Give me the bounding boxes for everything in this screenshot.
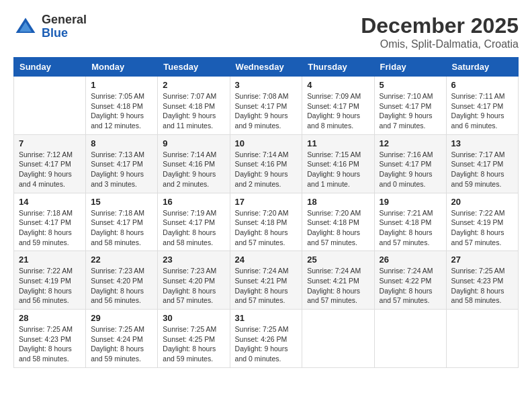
day-info: Sunrise: 7:08 AMSunset: 4:17 PMDaylight:… (235, 91, 298, 131)
day-info: Sunrise: 7:20 AMSunset: 4:18 PMDaylight:… (235, 208, 298, 248)
table-row: 28 Sunrise: 7:25 AMSunset: 4:23 PMDaylig… (14, 310, 86, 368)
day-info: Sunrise: 7:07 AMSunset: 4:18 PMDaylight:… (163, 91, 224, 131)
day-info: Sunrise: 7:25 AMSunset: 4:25 PMDaylight:… (163, 324, 224, 364)
table-row: 6 Sunrise: 7:11 AMSunset: 4:17 PMDayligh… (446, 77, 518, 135)
calendar-week-row: 28 Sunrise: 7:25 AMSunset: 4:23 PMDaylig… (14, 310, 519, 368)
day-number: 17 (235, 197, 298, 207)
table-row: 9 Sunrise: 7:14 AMSunset: 4:16 PMDayligh… (158, 134, 230, 193)
day-info: Sunrise: 7:25 AMSunset: 4:24 PMDaylight:… (91, 324, 152, 364)
table-row: 16 Sunrise: 7:19 AMSunset: 4:17 PMDaylig… (158, 193, 230, 251)
day-info: Sunrise: 7:24 AMSunset: 4:21 PMDaylight:… (235, 266, 298, 306)
day-number: 24 (235, 255, 298, 265)
day-info: Sunrise: 7:23 AMSunset: 4:20 PMDaylight:… (91, 266, 152, 306)
day-number: 4 (307, 80, 369, 90)
table-row (14, 77, 86, 135)
calendar-header-row: Sunday Monday Tuesday Wednesday Thursday… (14, 58, 519, 77)
day-info: Sunrise: 7:11 AMSunset: 4:17 PMDaylight:… (451, 91, 513, 131)
table-row: 29 Sunrise: 7:25 AMSunset: 4:24 PMDaylig… (86, 310, 158, 368)
title-area: December 2025 Omis, Split-Dalmatia, Croa… (361, 13, 519, 50)
table-row: 3 Sunrise: 7:08 AMSunset: 4:17 PMDayligh… (230, 77, 302, 135)
day-number: 11 (307, 138, 369, 148)
day-number: 3 (235, 80, 298, 90)
header-tuesday: Tuesday (158, 58, 230, 77)
table-row: 10 Sunrise: 7:14 AMSunset: 4:16 PMDaylig… (230, 134, 302, 193)
table-row: 17 Sunrise: 7:20 AMSunset: 4:18 PMDaylig… (230, 193, 302, 251)
day-number: 5 (380, 80, 441, 90)
day-number: 6 (451, 80, 513, 90)
day-number: 1 (91, 80, 152, 90)
table-row: 1 Sunrise: 7:05 AMSunset: 4:18 PMDayligh… (86, 77, 158, 135)
table-row: 25 Sunrise: 7:24 AMSunset: 4:21 PMDaylig… (302, 251, 374, 310)
day-info: Sunrise: 7:21 AMSunset: 4:18 PMDaylight:… (380, 208, 441, 248)
header-saturday: Saturday (446, 58, 518, 77)
day-number: 18 (307, 197, 369, 207)
day-number: 28 (19, 313, 81, 323)
day-info: Sunrise: 7:18 AMSunset: 4:17 PMDaylight:… (91, 208, 152, 248)
calendar-table: Sunday Monday Tuesday Wednesday Thursday… (13, 57, 519, 368)
table-row: 2 Sunrise: 7:07 AMSunset: 4:18 PMDayligh… (158, 77, 230, 135)
table-row: 13 Sunrise: 7:17 AMSunset: 4:17 PMDaylig… (446, 134, 518, 193)
day-number: 10 (235, 138, 298, 148)
day-info: Sunrise: 7:13 AMSunset: 4:17 PMDaylight:… (91, 150, 152, 189)
table-row: 7 Sunrise: 7:12 AMSunset: 4:17 PMDayligh… (14, 134, 86, 193)
header-thursday: Thursday (302, 58, 374, 77)
table-row: 24 Sunrise: 7:24 AMSunset: 4:21 PMDaylig… (230, 251, 302, 310)
location-title: Omis, Split-Dalmatia, Croatia (361, 38, 519, 50)
day-info: Sunrise: 7:10 AMSunset: 4:17 PMDaylight:… (380, 91, 441, 131)
table-row: 18 Sunrise: 7:20 AMSunset: 4:18 PMDaylig… (302, 193, 374, 251)
day-info: Sunrise: 7:25 AMSunset: 4:23 PMDaylight:… (451, 266, 513, 306)
table-row: 21 Sunrise: 7:22 AMSunset: 4:19 PMDaylig… (14, 251, 86, 310)
day-number: 14 (19, 197, 81, 207)
logo: General Blue (13, 13, 87, 40)
day-number: 8 (91, 138, 152, 148)
logo-text: General Blue (42, 13, 87, 40)
day-info: Sunrise: 7:05 AMSunset: 4:18 PMDaylight:… (91, 91, 152, 131)
day-number: 29 (91, 313, 152, 323)
table-row: 30 Sunrise: 7:25 AMSunset: 4:25 PMDaylig… (158, 310, 230, 368)
day-number: 25 (307, 255, 369, 265)
day-number: 23 (163, 255, 224, 265)
table-row (446, 310, 518, 368)
day-number: 13 (451, 138, 513, 148)
header-sunday: Sunday (14, 58, 86, 77)
day-number: 27 (451, 255, 513, 265)
day-info: Sunrise: 7:09 AMSunset: 4:17 PMDaylight:… (307, 91, 369, 131)
day-number: 16 (163, 197, 224, 207)
day-info: Sunrise: 7:17 AMSunset: 4:17 PMDaylight:… (451, 150, 513, 189)
header-wednesday: Wednesday (230, 58, 302, 77)
table-row: 8 Sunrise: 7:13 AMSunset: 4:17 PMDayligh… (86, 134, 158, 193)
page-header: General Blue December 2025 Omis, Split-D… (13, 13, 519, 50)
month-title: December 2025 (361, 13, 519, 38)
calendar-week-row: 1 Sunrise: 7:05 AMSunset: 4:18 PMDayligh… (14, 77, 519, 135)
day-number: 7 (19, 138, 81, 148)
logo-general-text: General (42, 13, 87, 27)
day-info: Sunrise: 7:20 AMSunset: 4:18 PMDaylight:… (307, 208, 369, 248)
day-info: Sunrise: 7:22 AMSunset: 4:19 PMDaylight:… (19, 266, 81, 306)
table-row: 23 Sunrise: 7:23 AMSunset: 4:20 PMDaylig… (158, 251, 230, 310)
day-info: Sunrise: 7:19 AMSunset: 4:17 PMDaylight:… (163, 208, 224, 248)
logo-icon (13, 15, 38, 39)
day-info: Sunrise: 7:24 AMSunset: 4:22 PMDaylight:… (380, 266, 441, 306)
table-row: 5 Sunrise: 7:10 AMSunset: 4:17 PMDayligh… (374, 77, 446, 135)
table-row: 15 Sunrise: 7:18 AMSunset: 4:17 PMDaylig… (86, 193, 158, 251)
table-row: 20 Sunrise: 7:22 AMSunset: 4:19 PMDaylig… (446, 193, 518, 251)
day-info: Sunrise: 7:18 AMSunset: 4:17 PMDaylight:… (19, 208, 81, 248)
table-row: 22 Sunrise: 7:23 AMSunset: 4:20 PMDaylig… (86, 251, 158, 310)
day-number: 9 (163, 138, 224, 148)
day-number: 26 (380, 255, 441, 265)
day-info: Sunrise: 7:14 AMSunset: 4:16 PMDaylight:… (163, 150, 224, 189)
header-monday: Monday (86, 58, 158, 77)
day-number: 20 (451, 197, 513, 207)
day-number: 22 (91, 255, 152, 265)
day-info: Sunrise: 7:23 AMSunset: 4:20 PMDaylight:… (163, 266, 224, 306)
day-info: Sunrise: 7:12 AMSunset: 4:17 PMDaylight:… (19, 150, 81, 189)
day-info: Sunrise: 7:25 AMSunset: 4:23 PMDaylight:… (19, 324, 81, 364)
day-info: Sunrise: 7:15 AMSunset: 4:16 PMDaylight:… (307, 150, 369, 189)
table-row: 19 Sunrise: 7:21 AMSunset: 4:18 PMDaylig… (374, 193, 446, 251)
header-friday: Friday (374, 58, 446, 77)
day-number: 15 (91, 197, 152, 207)
table-row: 14 Sunrise: 7:18 AMSunset: 4:17 PMDaylig… (14, 193, 86, 251)
day-info: Sunrise: 7:24 AMSunset: 4:21 PMDaylight:… (307, 266, 369, 306)
day-number: 21 (19, 255, 81, 265)
day-info: Sunrise: 7:14 AMSunset: 4:16 PMDaylight:… (235, 150, 298, 189)
